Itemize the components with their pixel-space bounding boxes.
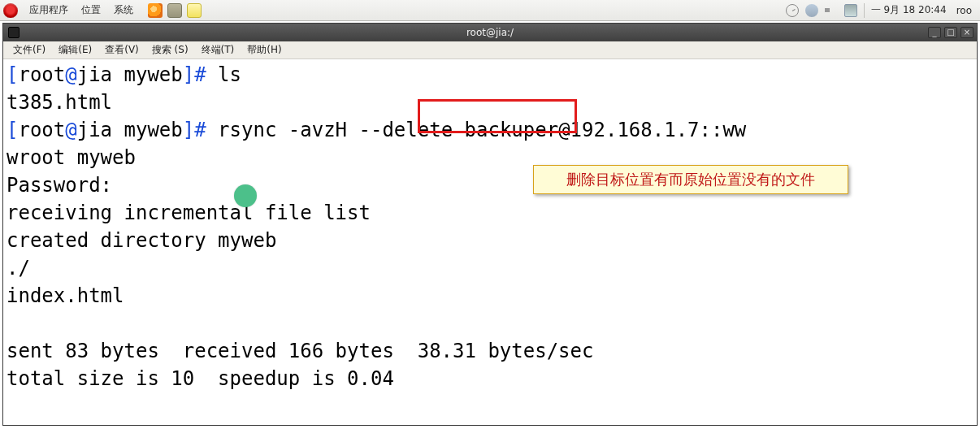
window-maximize-button[interactable]: □: [944, 27, 957, 38]
distro-logo-icon: [3, 3, 18, 18]
menu-search[interactable]: 搜索 (S): [145, 43, 195, 57]
clock-applet-icon[interactable]: [786, 4, 799, 17]
volume-icon[interactable]: [825, 4, 838, 17]
terminal-line: ./: [7, 254, 973, 282]
panel-menu-applications[interactable]: 应用程序: [23, 3, 75, 17]
notepad-icon[interactable]: [187, 3, 202, 18]
terminal-line: [root@jia myweb]# rsync -avzH --delete b…: [7, 116, 973, 144]
terminal-app-icon: [8, 27, 20, 38]
window-title: root@jia:/: [466, 27, 514, 38]
menu-view[interactable]: 查看(V): [98, 43, 145, 57]
update-notifier-icon[interactable]: [805, 4, 818, 17]
window-titlebar[interactable]: root@jia:/ _ □ ×: [3, 24, 977, 41]
panel-menu-places[interactable]: 位置: [75, 3, 107, 17]
terminal-line: [root@jia myweb]# ls: [7, 61, 973, 89]
terminal-line: total size is 10 speedup is 0.04: [7, 365, 973, 392]
terminal-window: root@jia:/ _ □ × 文件(F) 编辑(E) 查看(V) 搜索 (S…: [2, 23, 978, 426]
terminal-menubar: 文件(F) 编辑(E) 查看(V) 搜索 (S) 终端(T) 帮助(H): [3, 41, 977, 59]
terminal-line: receiving incremental file list: [7, 199, 973, 227]
tray-separator: [864, 3, 865, 18]
window-close-button[interactable]: ×: [960, 27, 973, 38]
menu-terminal[interactable]: 终端(T): [195, 43, 241, 57]
panel-username[interactable]: roo: [953, 5, 972, 16]
firefox-icon[interactable]: [148, 3, 163, 18]
menu-help[interactable]: 帮助(H): [241, 43, 288, 57]
annotation-callout: 删除目标位置有而原始位置没有的文件: [533, 165, 848, 194]
network-icon[interactable]: [844, 4, 857, 17]
panel-menu-system[interactable]: 系统: [107, 3, 140, 17]
file-manager-icon[interactable]: [167, 3, 182, 18]
panel-launchers: [148, 3, 202, 18]
menu-file[interactable]: 文件(F): [7, 43, 52, 57]
desktop-top-panel: 应用程序 位置 系统 一 9月 18 20:44 roo: [0, 0, 980, 21]
terminal-line: [7, 310, 973, 337]
terminal-line: created directory myweb: [7, 227, 973, 254]
menu-edit[interactable]: 编辑(E): [52, 43, 98, 57]
terminal-line: t385.html: [7, 89, 973, 116]
window-minimize-button[interactable]: _: [928, 27, 941, 38]
panel-datetime[interactable]: 一 9月 18 20:44: [871, 3, 947, 17]
terminal-line: sent 83 bytes received 166 bytes 38.31 b…: [7, 337, 973, 365]
system-tray: 一 9月 18 20:44 roo: [786, 3, 977, 18]
terminal-line: index.html: [7, 282, 973, 310]
annotation-pointer-dot: [234, 184, 257, 207]
terminal-output-area[interactable]: [root@jia myweb]# lst385.html[root@jia m…: [3, 59, 977, 425]
